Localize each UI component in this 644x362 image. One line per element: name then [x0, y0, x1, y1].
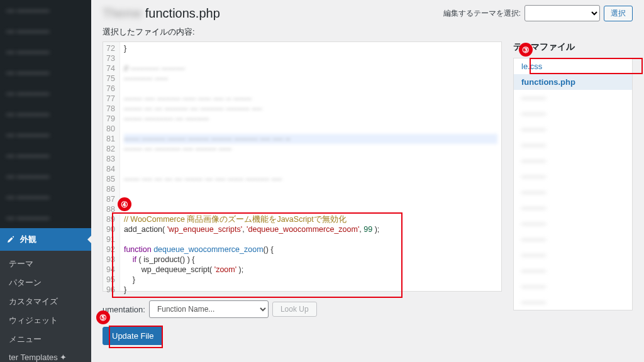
code-line: ----------- -----	[124, 74, 497, 84]
code-editor[interactable]: 7273747576777879808182838485868788899091…	[103, 41, 502, 292]
sidebar-item[interactable]: — ————	[0, 145, 91, 166]
sidebar-sub-item[interactable]: メニュー	[0, 330, 91, 349]
sidebar-item[interactable]: — ————	[0, 0, 91, 21]
file-item[interactable]: ———	[514, 247, 632, 263]
code-line: // WooCommerce 商品画像のズーム機能をJavaScriptで無効化	[124, 214, 497, 224]
documentation-label: umentation:	[103, 305, 145, 314]
code-line: }	[124, 275, 497, 285]
sidebar-item[interactable]: — ————	[0, 207, 91, 228]
theme-select-label: 編集するテーマを選択:	[443, 8, 521, 19]
sidebar-item[interactable]: — ————	[0, 62, 91, 83]
sidebar-item[interactable]: — ————	[0, 166, 91, 187]
file-item[interactable]: ———	[514, 184, 632, 200]
code-line: // ----------- ---------	[124, 63, 497, 74]
code-line: ------- ---- --------- ----- ----- ---- …	[124, 94, 497, 104]
file-item[interactable]: ———	[514, 106, 632, 121]
sidebar-item[interactable]: — ————	[0, 187, 91, 207]
sidebar-item[interactable]: — ————	[0, 41, 91, 62]
file-item[interactable]: functions.php	[514, 74, 632, 90]
main-content: Theme functions.php 編集するテーマを選択: 選択 選択したフ…	[91, 0, 644, 362]
code-line: }	[124, 285, 497, 295]
code-line	[124, 53, 497, 63]
file-item[interactable]: ———	[514, 231, 632, 247]
brush-icon	[6, 235, 15, 244]
sidebar-sub-item[interactable]: ウィジェット	[0, 311, 91, 330]
sidebar-submenu: テーマパターンカスタマイズウィジェットメニューter Templates ✦テー…	[0, 251, 91, 362]
file-item[interactable]: ———	[514, 216, 632, 231]
update-file-button[interactable]: Update File	[103, 327, 163, 345]
code-line: ------ --------- ------- -------- ------…	[124, 134, 497, 144]
sidebar-sub-item[interactable]: テーマ	[0, 255, 91, 273]
file-item[interactable]: le.css	[514, 58, 632, 74]
file-item[interactable]: ———	[514, 137, 632, 153]
sidebar-item[interactable]: — ————	[0, 124, 91, 145]
sidebar-item[interactable]: — ————	[0, 104, 91, 124]
admin-sidebar: — ————— ————— ————— ————— ————— ————— ——…	[0, 0, 91, 362]
theme-select-button[interactable]: 選択	[604, 6, 633, 21]
code-line: if ( is_product() ) {	[124, 255, 497, 265]
code-line	[124, 194, 497, 204]
code-line: ------- --- ---------- ---- -------- ---…	[124, 144, 497, 154]
code-line: ------- --- --- --------- --- --------- …	[124, 104, 497, 114]
line-gutter: 7273747576777879808182838485868788899091…	[103, 42, 120, 291]
code-line	[124, 184, 497, 194]
file-item[interactable]: ———	[514, 294, 632, 310]
code-line	[124, 154, 497, 164]
file-item[interactable]: ———	[514, 153, 632, 168]
file-item[interactable]: ———	[514, 121, 632, 137]
badge-3: ③	[519, 43, 533, 57]
badge-5: ⑤	[96, 310, 110, 324]
sidebar-sub-item[interactable]: ter Templates ✦	[0, 349, 91, 362]
lookup-button[interactable]: Look Up	[272, 302, 317, 317]
sidebar-item-label: 外観	[20, 234, 36, 245]
code-line	[124, 84, 497, 94]
content-label: 選択したファイルの内容:	[103, 26, 633, 38]
function-name-select[interactable]: Function Name...	[149, 300, 269, 318]
theme-select[interactable]	[525, 5, 600, 21]
file-item[interactable]: ———	[514, 90, 632, 106]
file-item[interactable]: ———	[514, 278, 632, 294]
code-line: add_action( 'wp_enqueue_scripts', 'deque…	[124, 224, 497, 234]
file-item[interactable]: ———	[514, 168, 632, 184]
sidebar-item[interactable]: — ————	[0, 21, 91, 41]
sidebar-sub-item[interactable]: パターン	[0, 273, 91, 292]
code-line	[124, 124, 497, 134]
code-line	[124, 204, 497, 214]
code-line: function dequeue_woocommerce_zoom() {	[124, 244, 497, 255]
page-title: Theme functions.php	[103, 6, 220, 21]
theme-file-list: le.cssfunctions.php—————————————————————…	[513, 58, 633, 310]
code-line	[124, 234, 497, 244]
code-line: ------- ----------- --- ---------	[124, 114, 497, 124]
badge-4: ④	[118, 197, 131, 211]
code-line	[124, 164, 497, 174]
code-line: wp_dequeue_script( 'zoom' );	[124, 265, 497, 275]
code-area[interactable]: }// ----------- -------------------- ---…	[120, 42, 501, 291]
sidebar-item-appearance[interactable]: 外観	[0, 228, 91, 251]
sidebar-item[interactable]: — ————	[0, 83, 91, 104]
file-item[interactable]: ———	[514, 263, 632, 278]
code-line: }	[124, 43, 497, 53]
sidebar-sub-item[interactable]: カスタマイズ	[0, 292, 91, 311]
file-item[interactable]: ———	[514, 200, 632, 216]
code-line: ------ ---- --- --- --- ------- --- ----…	[124, 174, 497, 184]
